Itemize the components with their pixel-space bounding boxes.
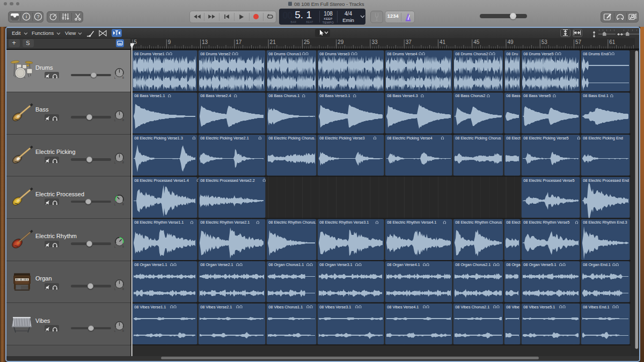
svg-text:08 Vibes End.1: 08 Vibes End.1: [583, 305, 609, 309]
svg-text:08 Vibe: 08 Vibe: [506, 305, 519, 309]
svg-text:i: i: [26, 13, 27, 19]
svg-text:08 Bass Chorus.1: 08 Bass Chorus.1: [268, 93, 299, 98]
svg-text:08 Electric Rhythm Verse4.1: 08 Electric Rhythm Verse4.1: [387, 220, 436, 225]
svg-text:08 Organ End.1: 08 Organ End.1: [583, 262, 611, 267]
svg-text:21: 21: [270, 39, 276, 45]
svg-text:08 Drums Chorus1: 08 Drums Chorus1: [268, 51, 301, 56]
svg-text:08 Drums Verse4: 08 Drums Verse4: [387, 51, 417, 56]
svg-text:08 Drums Verse5: 08 Drums Verse5: [523, 51, 553, 56]
svg-text:08 Organ Chorus1.1: 08 Organ Chorus1.1: [268, 262, 304, 267]
svg-text:08 Electric Rhythm End.3: 08 Electric Rhythm End.3: [583, 220, 627, 225]
svg-text:08 Electric Picking Chorus.: 08 Electric Picking Chorus.: [268, 136, 315, 141]
svg-text:08 Electric Rhythm Chorus: 08 Electric Rhythm Chorus: [455, 220, 502, 225]
svg-text:08 Electric Processed Verse5: 08 Electric Processed Verse5: [523, 178, 574, 183]
svg-text:53: 53: [541, 39, 548, 45]
svg-text:5: 5: [134, 39, 137, 45]
svg-text:41: 41: [440, 39, 446, 45]
svg-text:08 Vibes Chorus2.1: 08 Vibes Chorus2.1: [455, 305, 489, 309]
svg-text:08 Electric Picking Verse5: 08 Electric Picking Verse5: [523, 136, 568, 141]
svg-text:25: 25: [304, 39, 310, 45]
svg-text:29: 29: [338, 39, 344, 45]
svg-text:08 Drums Verse3: 08 Drums Verse3: [319, 51, 349, 56]
svg-text:08 Drums Chorus2: 08 Drums Chorus2: [455, 51, 488, 56]
svg-text:08 Bass Verse2.4: 08 Bass Verse2.4: [200, 93, 231, 98]
svg-text:33: 33: [371, 39, 378, 45]
svg-text:08 Electric Picking Verse2.1: 08 Electric Picking Verse2.1: [200, 136, 248, 141]
svg-text:08 Organ Verse3.1: 08 Organ Verse3.1: [319, 262, 352, 267]
svg-text:08 Dru: 08 Dru: [506, 51, 518, 56]
svg-text:08 Organ Verse4.1: 08 Organ Verse4.1: [387, 262, 420, 267]
svg-text:08 Electric Processed Verse2.2: 08 Electric Processed Verse2.2: [200, 178, 254, 183]
svg-text:08 Electric Processed Verse1.4: 08 Electric Processed Verse1.4: [134, 178, 188, 183]
svg-text:08 Bass: 08 Bass: [506, 93, 521, 98]
svg-text:08 Organ Chorus2.1: 08 Organ Chorus2.1: [455, 262, 491, 267]
svg-text:08 Electric Processed End: 08 Electric Processed End: [583, 178, 629, 183]
svg-text:08 Electric Picking End: 08 Electric Picking End: [583, 136, 623, 141]
svg-text:08 Electric Rhythm Verse5: 08 Electric Rhythm Verse5: [523, 220, 569, 225]
svg-text:08 Vibes Verse3.1: 08 Vibes Verse3.1: [319, 305, 351, 309]
svg-text:45: 45: [473, 39, 480, 45]
svg-text:17: 17: [236, 39, 242, 45]
svg-text:08 Bass Verse4.3: 08 Bass Verse4.3: [387, 93, 418, 98]
svg-text:08 Drums End: 08 Drums End: [583, 51, 608, 56]
svg-text:08 Electric Rhythm Chorus.: 08 Electric Rhythm Chorus.: [268, 220, 316, 225]
svg-text:08 Electric Picking Verse1.3: 08 Electric Picking Verse1.3: [134, 136, 182, 141]
svg-text:08 Bass Verse3.1: 08 Bass Verse3.1: [319, 93, 350, 98]
svg-text:08 Electric Picking Chorus: 08 Electric Picking Chorus: [455, 136, 501, 141]
svg-text:08 Organ Verse2.1: 08 Organ Verse2.1: [200, 262, 233, 267]
svg-text:37: 37: [406, 39, 412, 45]
svg-text:08 Vibes Chorus1.1: 08 Vibes Chorus1.1: [268, 305, 303, 309]
svg-text:08 Drums Verse1: 08 Drums Verse1: [134, 51, 164, 56]
svg-text:08 Electric Rhythm Verse1.1: 08 Electric Rhythm Verse1.1: [134, 220, 184, 225]
svg-text:57: 57: [575, 39, 582, 45]
svg-text:08 Electric Rhythm Verse2.1: 08 Electric Rhythm Verse2.1: [200, 220, 250, 225]
svg-text:08 Vibes Verse4.1: 08 Vibes Verse4.1: [387, 305, 419, 309]
svg-text:08 Bass Chorus2: 08 Bass Chorus2: [455, 93, 485, 98]
svg-text:9: 9: [168, 39, 171, 45]
svg-text:08 Electric Rhythm Verse3.1: 08 Electric Rhythm Verse3.1: [319, 220, 369, 225]
svg-text:61: 61: [609, 39, 616, 45]
svg-text:08 Electric Picking Verse4: 08 Electric Picking Verse4: [387, 136, 432, 141]
svg-text:08 Elect: 08 Elect: [506, 136, 520, 141]
svg-text:?: ?: [37, 14, 40, 19]
svg-text:08 Elect: 08 Elect: [506, 220, 520, 225]
svg-text:08 Vibes Verse5.1: 08 Vibes Verse5.1: [523, 305, 555, 309]
svg-text:08 Bass Verse5: 08 Bass Verse5: [523, 93, 551, 98]
svg-text:13: 13: [202, 39, 208, 45]
svg-text:08 Orga: 08 Orga: [506, 262, 521, 267]
svg-text:08 Vibes Verse2.1: 08 Vibes Verse2.1: [200, 305, 232, 309]
svg-text:08 Drums Verse2: 08 Drums Verse2: [200, 51, 230, 56]
svg-text:08 Organ Verse5.1: 08 Organ Verse5.1: [523, 262, 556, 267]
svg-text:08 Organ Verse1.1: 08 Organ Verse1.1: [134, 262, 167, 267]
svg-text:08 Vibes Verse1.1: 08 Vibes Verse1.1: [134, 305, 166, 309]
svg-text:49: 49: [508, 39, 514, 45]
svg-text:08 Electric Picking Verse3: 08 Electric Picking Verse3: [319, 136, 364, 141]
svg-text:08 Bass End.1: 08 Bass End.1: [583, 93, 608, 98]
svg-text:08 Bass Verse1.1: 08 Bass Verse1.1: [134, 93, 165, 98]
